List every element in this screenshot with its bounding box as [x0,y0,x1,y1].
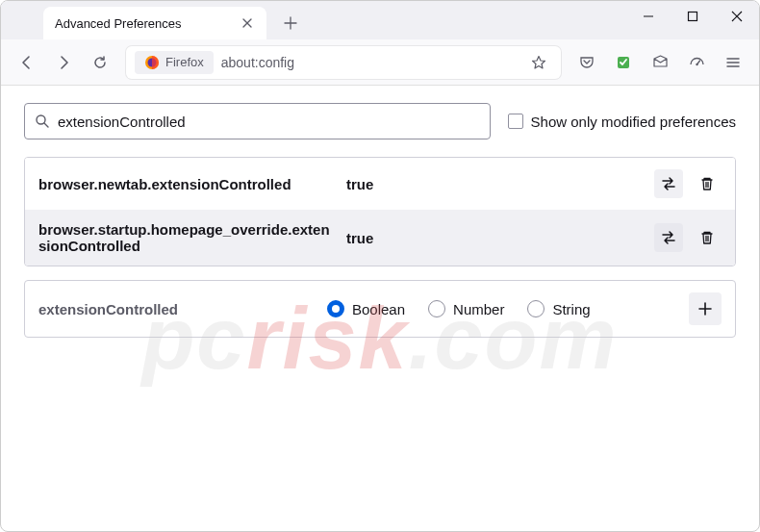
identity-box[interactable]: Firefox [135,51,214,74]
forward-button[interactable] [47,46,80,79]
url-bar[interactable]: Firefox about:config [126,46,561,79]
browser-window: Advanced Preferences [0,0,760,532]
pocket-icon[interactable] [570,46,603,79]
radio-label: Number [453,301,504,317]
radio-string[interactable]: String [527,300,590,317]
maximize-button[interactable] [671,1,715,32]
back-button[interactable] [11,46,43,79]
toggle-button[interactable] [654,223,683,252]
radio-label: String [552,301,590,317]
firefox-icon [144,55,160,70]
close-icon[interactable] [240,15,255,31]
dashboard-icon[interactable] [680,46,713,79]
new-pref-name: extensionControlled [38,301,317,317]
show-modified-label: Show only modified preferences [531,114,736,130]
tab-title: Advanced Preferences [55,16,182,31]
browser-tab[interactable]: Advanced Preferences [43,7,266,39]
identity-label: Firefox [165,55,204,69]
bookmark-star-icon[interactable] [525,55,552,70]
toggle-button[interactable] [654,169,683,198]
pref-value: true [346,176,645,192]
checkbox-icon[interactable] [508,114,523,129]
reload-button[interactable] [84,46,116,79]
radio-icon[interactable] [527,300,545,317]
table-row: browser.startup.homepage_override.extens… [25,210,735,266]
radio-number[interactable]: Number [428,300,504,317]
pref-value: true [346,230,645,246]
pref-name: browser.startup.homepage_override.extens… [38,221,337,254]
new-preference-row: extensionControlled Boolean Number Strin… [24,280,736,338]
preferences-table: browser.newtab.extensionControlled true … [24,157,736,266]
radio-boolean[interactable]: Boolean [327,300,405,317]
search-value: extensionControlled [58,114,480,130]
close-window-button[interactable] [715,1,759,32]
table-row: browser.newtab.extensionControlled true [25,158,735,210]
mail-icon[interactable] [644,46,676,79]
pref-name: browser.newtab.extensionControlled [38,176,337,192]
extension-icon[interactable] [607,46,640,79]
search-icon [35,114,50,129]
window-controls [626,1,759,32]
toolbar: Firefox about:config [1,39,759,86]
delete-button[interactable] [693,223,722,252]
radio-icon[interactable] [327,300,344,317]
add-button[interactable] [689,292,722,325]
content-area: extensionControlled Show only modified p… [1,86,759,355]
new-tab-button[interactable] [276,9,305,38]
svg-rect-0 [689,13,697,21]
radio-icon[interactable] [428,300,445,317]
type-radio-group: Boolean Number String [327,300,679,317]
search-row: extensionControlled Show only modified p… [24,103,736,139]
radio-label: Boolean [352,301,405,317]
minimize-button[interactable] [626,1,671,32]
show-modified-checkbox-row[interactable]: Show only modified preferences [508,114,736,130]
titlebar: Advanced Preferences [1,1,759,39]
search-input[interactable]: extensionControlled [24,103,491,139]
url-text: about:config [221,55,525,70]
delete-button[interactable] [693,169,722,198]
menu-icon[interactable] [717,46,749,79]
